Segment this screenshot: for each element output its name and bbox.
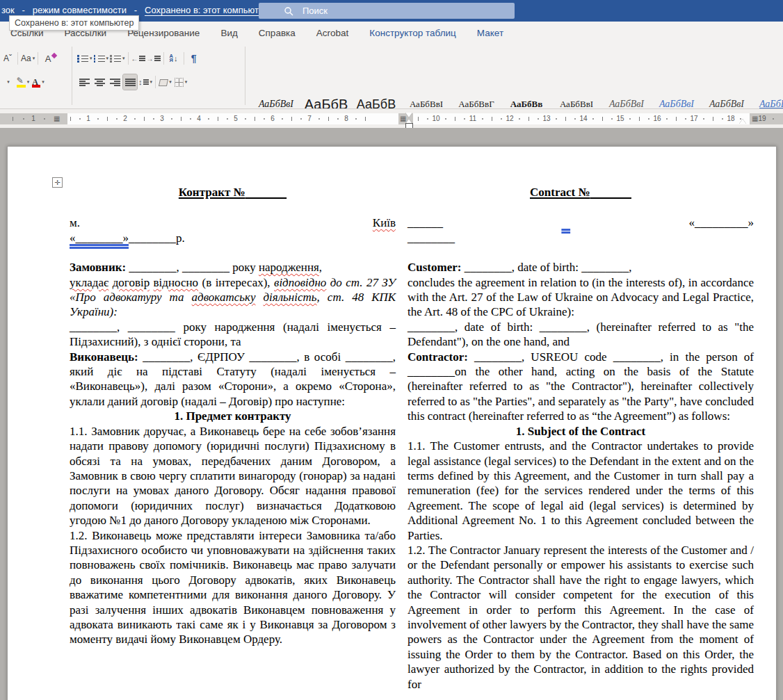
horizontal-ruler: 12345678101112131415161718119▦▦▦ <box>0 109 783 128</box>
right-indent-marker[interactable] <box>739 119 746 124</box>
chevron-down-icon[interactable]: ▾ <box>33 56 35 61</box>
shading-button[interactable]: ▾ <box>159 74 172 90</box>
show-marks-button[interactable]: ¶ <box>187 51 201 66</box>
ruler-tick <box>79 118 81 120</box>
justify-button[interactable] <box>123 74 137 90</box>
ruler-number: 12 <box>506 115 513 122</box>
align-left-button[interactable] <box>77 74 91 90</box>
ruler-tick <box>44 118 45 120</box>
text-run: ________ <box>407 231 455 245</box>
document-title-fragment: зок <box>1 5 15 15</box>
ruler-tick <box>190 118 191 120</box>
ruler-tick <box>611 118 613 120</box>
text-run: Виконавець: <box>70 350 143 364</box>
contract-paragraph[interactable]: Замовник: ________, ________ року народж… <box>70 260 396 275</box>
eraser-icon <box>51 52 56 58</box>
align-right-button[interactable] <box>108 74 122 90</box>
borders-button[interactable]: ▾ <box>174 74 188 90</box>
ruler-tick <box>773 118 774 120</box>
align-center-button[interactable] <box>92 74 106 90</box>
saved-location-label[interactable]: Сохранено в: этот компьютер <box>145 5 268 15</box>
ruler-tick <box>538 118 539 120</box>
search-box[interactable]: Поиск <box>259 3 515 19</box>
contract-paragraph[interactable]: ________, date of birth: ________, (here… <box>407 320 754 350</box>
table-column-marker-icon[interactable]: ▦ <box>54 115 60 123</box>
hanging-indent-marker[interactable] <box>405 119 412 124</box>
font-color-button[interactable]: А▾ <box>31 74 45 90</box>
chevron-down-icon[interactable]: ▾ <box>90 56 92 61</box>
document-page[interactable]: ✛ Контракт № м.Київ«________»________р.З… <box>7 146 777 700</box>
contract-paragraph[interactable]: ________, ________ року народження (нада… <box>70 320 396 350</box>
text-run: ______ <box>407 216 443 229</box>
contract-paragraph[interactable]: Contractor: ________, USREOU code ______… <box>407 350 754 424</box>
sort-button[interactable]: АЯ↓ <box>167 51 181 66</box>
contract-paragraph[interactable]: Customer: ________, date of birth: _____… <box>407 260 754 275</box>
tab-справка[interactable]: Справка <box>248 28 306 38</box>
shrink-font-button[interactable]: Aˇ <box>1 51 15 66</box>
text-run: «________» <box>70 231 129 245</box>
tab-макет[interactable]: Макет <box>467 28 514 38</box>
table-move-handle-icon[interactable]: ✛ <box>52 177 63 188</box>
clear-formatting-button[interactable]: A <box>41 51 55 66</box>
ruler-tick <box>685 118 686 120</box>
ruler-tick <box>565 117 566 121</box>
text-run: ________, date of birth: ________, (here… <box>407 320 754 348</box>
contract-column-english[interactable]: Contract № ______ «_________»________Cus… <box>407 185 754 692</box>
contract-paragraph[interactable]: 1.2. The Contractor January represent th… <box>407 543 754 692</box>
line-spacing-button[interactable]: ↕▾ <box>138 74 152 90</box>
ruler-tick <box>713 117 713 121</box>
table-column-marker-icon[interactable]: ▦ <box>752 115 758 123</box>
text-run: ________, ________ року <box>129 261 259 274</box>
contract-paragraph[interactable]: укладає договір відносно (в інтересах), … <box>70 275 396 320</box>
text-run: , <box>319 261 322 274</box>
chevron-down-icon[interactable]: ▾ <box>150 79 153 85</box>
tab-acrobat[interactable]: Acrobat <box>306 28 360 38</box>
contract-title: Контракт № <box>70 185 396 200</box>
text-run: м. <box>70 216 80 229</box>
chevron-down-icon[interactable]: ▾ <box>122 56 125 61</box>
chevron-down-icon[interactable]: ▾ <box>185 79 188 85</box>
chevron-down-icon[interactable]: ▾ <box>27 79 30 85</box>
chevron-down-icon[interactable]: ▾ <box>42 79 45 85</box>
first-line-indent-marker[interactable] <box>405 113 412 117</box>
align-center-icon <box>95 78 105 86</box>
chevron-down-icon[interactable]: ▾ <box>169 79 172 85</box>
decrease-indent-button[interactable]: ← <box>131 51 145 66</box>
tab-конструктор-таблиц[interactable]: Конструктор таблиц <box>359 28 467 38</box>
contract-paragraph[interactable]: 1.1. The Customer entrusts, and the Cont… <box>407 439 754 543</box>
text-effects-caret[interactable]: ▾ <box>1 74 15 90</box>
line-part <box>561 215 570 230</box>
ruler-number: 17 <box>690 115 697 122</box>
text-run: 1.2. The Contractor January represent th… <box>407 544 754 691</box>
bullets-button[interactable]: ▾ <box>77 51 92 66</box>
contract-column-ukrainian[interactable]: Контракт № м.Київ«________»________р.Зам… <box>70 185 396 647</box>
text-run: діяльність <box>263 291 316 304</box>
multilevel-list-button[interactable]: ▾ <box>110 51 125 66</box>
text-run: 1. Subject of the Contract <box>516 425 646 438</box>
contract-paragraph[interactable]: Виконавець: ________, ЄДРПОУ ________, в… <box>70 350 396 409</box>
increase-indent-button[interactable]: → <box>147 51 161 66</box>
chevron-down-icon[interactable]: ▾ <box>106 56 109 61</box>
ruler-number: 7 <box>307 115 312 122</box>
date-line: ________ <box>407 231 754 245</box>
bullet-list-icon <box>77 55 88 63</box>
text-run: (в інтересах), <box>198 276 274 289</box>
ruler-tick <box>116 118 118 120</box>
ruler-tick <box>602 117 603 121</box>
borders-grid-icon <box>175 78 184 87</box>
change-case-button[interactable]: Aa▾ <box>21 51 35 66</box>
ruler-tick <box>337 118 339 120</box>
ruler-number: 11 <box>469 115 476 122</box>
ruler-tick <box>574 118 576 120</box>
line-spacing-icon: ↕ <box>138 78 149 86</box>
tab-вид[interactable]: Вид <box>210 28 248 38</box>
contract-paragraph[interactable]: 1.1. Замовник доручає, а Виконавець бере… <box>70 424 396 528</box>
highlight-button[interactable]: ✎▾ <box>16 74 30 90</box>
numbering-button[interactable]: ▾ <box>94 51 109 66</box>
contract-paragraph[interactable]: concludes the agreement in relation to (… <box>407 275 754 320</box>
contract-paragraph[interactable]: 1.2. Виконавець може представляти інтере… <box>70 528 396 647</box>
chevron-down-icon: ▾ <box>7 79 10 85</box>
ruler-number: 3 <box>160 115 164 122</box>
ruler-tick <box>455 117 455 121</box>
ruler-tick <box>144 117 145 121</box>
